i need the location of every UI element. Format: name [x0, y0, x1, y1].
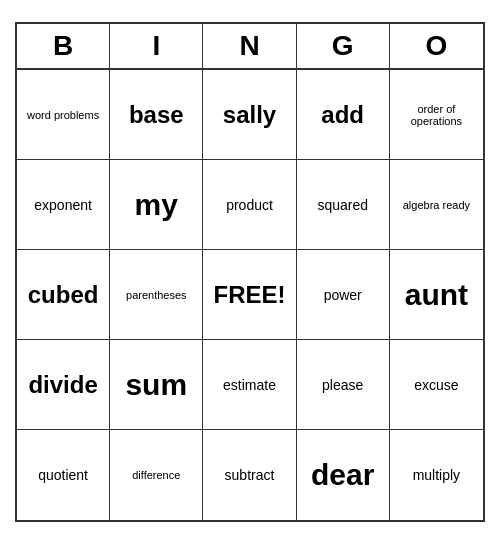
- bingo-cell: quotient: [17, 430, 110, 520]
- bingo-header: B I N G O: [17, 24, 483, 70]
- header-b: B: [17, 24, 110, 68]
- bingo-cell: cubed: [17, 250, 110, 340]
- bingo-cell: subtract: [203, 430, 296, 520]
- bingo-cell: multiply: [390, 430, 483, 520]
- bingo-cell: exponent: [17, 160, 110, 250]
- bingo-cell: squared: [297, 160, 390, 250]
- bingo-cell: sum: [110, 340, 203, 430]
- bingo-cell: algebra ready: [390, 160, 483, 250]
- bingo-card: B I N G O word problemsbasesallyaddorder…: [15, 22, 485, 522]
- bingo-cell: base: [110, 70, 203, 160]
- header-n: N: [203, 24, 296, 68]
- bingo-cell: word problems: [17, 70, 110, 160]
- bingo-cell: estimate: [203, 340, 296, 430]
- bingo-cell: difference: [110, 430, 203, 520]
- bingo-cell: order of operations: [390, 70, 483, 160]
- bingo-cell: sally: [203, 70, 296, 160]
- header-o: O: [390, 24, 483, 68]
- header-g: G: [297, 24, 390, 68]
- header-i: I: [110, 24, 203, 68]
- bingo-cell: product: [203, 160, 296, 250]
- bingo-cell: aunt: [390, 250, 483, 340]
- bingo-cell: divide: [17, 340, 110, 430]
- bingo-cell: parentheses: [110, 250, 203, 340]
- bingo-cell: FREE!: [203, 250, 296, 340]
- bingo-cell: power: [297, 250, 390, 340]
- bingo-cell: dear: [297, 430, 390, 520]
- bingo-cell: excuse: [390, 340, 483, 430]
- bingo-cell: add: [297, 70, 390, 160]
- bingo-cell: my: [110, 160, 203, 250]
- bingo-cell: please: [297, 340, 390, 430]
- bingo-grid: word problemsbasesallyaddorder of operat…: [17, 70, 483, 520]
